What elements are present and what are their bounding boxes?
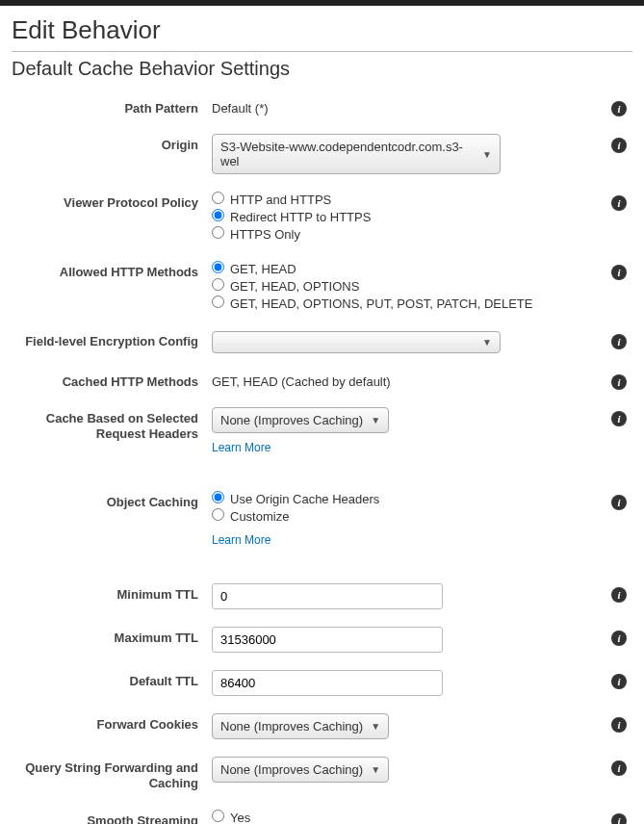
- chevron-down-icon: ▼: [482, 337, 492, 348]
- row-allowed-methods: Allowed HTTP Methods GET, HEAD GET, HEAD…: [12, 261, 632, 313]
- info-icon[interactable]: i: [611, 717, 627, 733]
- radio-methods-get-head-options[interactable]: GET, HEAD, OPTIONS: [212, 278, 594, 294]
- chevron-down-icon: ▼: [371, 721, 380, 732]
- label-max-ttl: Maximum TTL: [12, 627, 212, 646]
- radio-http-https[interactable]: HTTP and HTTPS: [212, 192, 594, 207]
- row-path-pattern: Path Pattern Default (*) i: [12, 97, 632, 116]
- info-icon[interactable]: i: [611, 587, 627, 603]
- radio-smooth-yes[interactable]: Yes: [212, 810, 594, 825]
- label-viewer-protocol: Viewer Protocol Policy: [12, 192, 212, 211]
- row-viewer-protocol: Viewer Protocol Policy HTTP and HTTPS Re…: [12, 192, 632, 244]
- forward-cookies-selected: None (Improves Caching): [220, 719, 363, 734]
- chevron-down-icon: ▼: [482, 149, 492, 160]
- label-smooth-streaming: Smooth Streaming: [12, 810, 212, 825]
- info-icon[interactable]: i: [611, 674, 627, 689]
- value-path-pattern: Default (*): [212, 97, 594, 116]
- radio-origin-cache-headers[interactable]: Use Origin Cache Headers: [212, 491, 594, 506]
- label-default-ttl: Default TTL: [12, 670, 212, 689]
- chevron-down-icon: ▼: [371, 764, 380, 775]
- learn-more-link[interactable]: Learn More: [212, 441, 270, 454]
- info-icon[interactable]: i: [611, 374, 627, 390]
- chevron-down-icon: ▼: [371, 415, 380, 425]
- info-icon[interactable]: i: [611, 411, 627, 426]
- label-query-string: Query String Forwarding and Caching: [12, 757, 212, 792]
- info-icon[interactable]: i: [611, 265, 627, 280]
- row-origin: Origin S3-Website-www.codependentcodr.co…: [12, 134, 632, 174]
- info-icon[interactable]: i: [611, 101, 627, 116]
- row-field-encryption: Field-level Encryption Config ▼ i: [12, 330, 632, 353]
- row-forward-cookies: Forward Cookies None (Improves Caching) …: [12, 713, 632, 739]
- row-smooth-streaming: Smooth Streaming Yes No i: [12, 810, 632, 825]
- label-allowed-methods: Allowed HTTP Methods: [12, 261, 212, 280]
- forward-cookies-dropdown[interactable]: None (Improves Caching) ▼: [212, 713, 389, 739]
- label-cache-headers: Cache Based on Selected Request Headers: [12, 407, 212, 443]
- radio-customize[interactable]: Customize: [212, 508, 594, 524]
- label-origin: Origin: [12, 134, 212, 153]
- radio-https-only[interactable]: HTTPS Only: [212, 226, 594, 242]
- label-field-encryption: Field-level Encryption Config: [12, 330, 212, 349]
- default-ttl-input[interactable]: [212, 670, 443, 696]
- label-forward-cookies: Forward Cookies: [12, 713, 212, 733]
- cache-headers-selected: None (Improves Caching): [220, 413, 363, 427]
- origin-selected: S3-Website-www.codependentcodr.com.s3-we…: [220, 140, 475, 168]
- label-path-pattern: Path Pattern: [12, 97, 212, 116]
- learn-more-link[interactable]: Learn More: [212, 533, 270, 547]
- row-cached-methods: Cached HTTP Methods GET, HEAD (Cached by…: [12, 371, 632, 390]
- info-icon[interactable]: i: [611, 631, 627, 646]
- row-query-string: Query String Forwarding and Caching None…: [12, 757, 632, 792]
- row-default-ttl: Default TTL i: [12, 670, 632, 696]
- row-min-ttl: Minimum TTL i: [12, 583, 632, 609]
- max-ttl-input[interactable]: [212, 627, 443, 653]
- field-encryption-dropdown[interactable]: ▼: [212, 331, 501, 353]
- row-cache-headers: Cache Based on Selected Request Headers …: [12, 407, 632, 454]
- radio-methods-all[interactable]: GET, HEAD, OPTIONS, PUT, POST, PATCH, DE…: [212, 296, 594, 311]
- info-icon[interactable]: i: [611, 760, 627, 776]
- info-icon[interactable]: i: [611, 195, 627, 211]
- min-ttl-input[interactable]: [212, 583, 443, 609]
- value-cached-methods: GET, HEAD (Cached by default): [212, 371, 594, 389]
- label-min-ttl: Minimum TTL: [12, 583, 212, 603]
- section-title: Default Cache Behavior Settings: [12, 51, 632, 80]
- info-icon[interactable]: i: [611, 813, 627, 825]
- row-max-ttl: Maximum TTL i: [12, 627, 632, 653]
- info-icon[interactable]: i: [611, 334, 627, 349]
- query-string-dropdown[interactable]: None (Improves Caching) ▼: [212, 757, 389, 783]
- cache-headers-dropdown[interactable]: None (Improves Caching) ▼: [212, 407, 389, 433]
- origin-dropdown[interactable]: S3-Website-www.codependentcodr.com.s3-we…: [212, 134, 501, 174]
- info-icon[interactable]: i: [611, 495, 627, 510]
- info-icon[interactable]: i: [611, 138, 627, 153]
- label-object-caching: Object Caching: [12, 491, 212, 510]
- page-title: Edit Behavior: [12, 15, 632, 45]
- radio-methods-get-head[interactable]: GET, HEAD: [212, 261, 594, 276]
- label-cached-methods: Cached HTTP Methods: [12, 371, 212, 390]
- query-string-selected: None (Improves Caching): [220, 762, 363, 777]
- row-object-caching: Object Caching Use Origin Cache Headers …: [12, 491, 632, 547]
- radio-redirect-https[interactable]: Redirect HTTP to HTTPS: [212, 209, 594, 224]
